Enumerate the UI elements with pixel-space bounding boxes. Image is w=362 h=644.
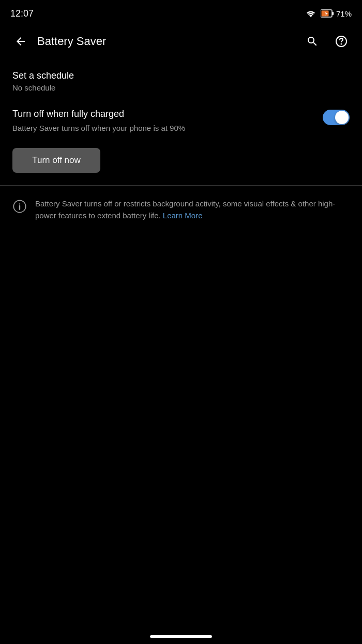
toggle-switch[interactable] [323,110,350,125]
status-bar: 12:07 71% [0,0,362,25]
toggle-row[interactable]: Turn off when fully charged Battery Save… [0,100,362,142]
svg-point-4 [341,44,342,44]
toggle-title: Turn off when fully charged [12,109,314,119]
nav-actions [300,29,354,54]
info-text: Battery Saver turns off or restricts bac… [35,198,350,221]
help-button[interactable] [329,29,354,54]
action-button-container: Turn off now [0,142,362,185]
toggle-text: Turn off when fully charged Battery Save… [12,109,314,133]
search-button[interactable] [300,29,325,54]
info-section: Battery Saver turns off or restricts bac… [0,186,362,234]
toggle-knob [335,111,349,124]
battery-icon [321,9,334,18]
battery-container: 71% [321,9,352,18]
back-icon [14,35,27,48]
status-time: 12:07 [10,8,34,19]
svg-rect-1 [332,12,334,15]
back-button[interactable] [8,29,33,54]
info-icon [12,199,27,214]
page-title: Battery Saver [37,35,300,48]
status-icons: 71% [305,9,352,18]
toggle-subtitle: Battery Saver turns off when your phone … [12,123,314,133]
wifi-icon [305,9,316,18]
learn-more-link[interactable]: Learn More [163,211,203,220]
schedule-title: Set a schedule [12,70,350,81]
turn-off-now-button[interactable]: Turn off now [12,148,100,173]
schedule-item[interactable]: Set a schedule No schedule [0,62,362,100]
home-indicator [150,635,212,638]
content-area: Set a schedule No schedule Turn off when… [0,58,362,238]
help-icon [335,35,348,48]
search-icon [306,35,319,48]
schedule-subtitle: No schedule [12,83,350,92]
nav-bar: Battery Saver [0,25,362,58]
battery-percent: 71% [336,9,352,18]
